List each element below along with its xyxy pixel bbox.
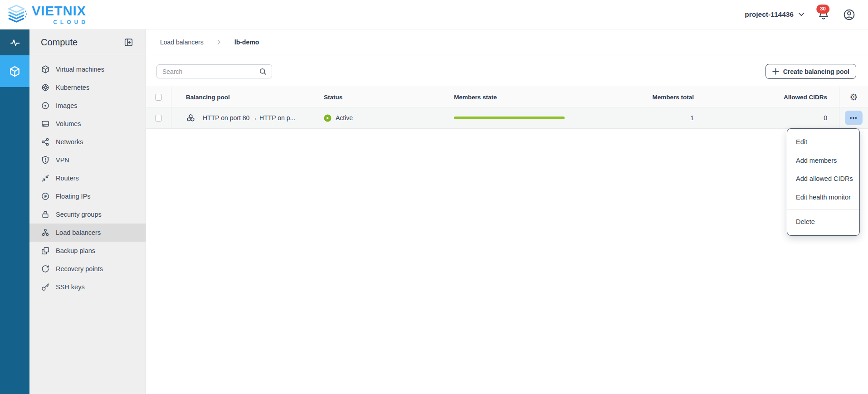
row-context-menu: Edit Add members Add allowed CIDRs Edit … — [787, 128, 860, 236]
sidebar-item-label: Recovery points — [56, 265, 103, 272]
sidebar-item-recovery-points[interactable]: Recovery points — [29, 260, 146, 278]
brand-name: VIETNIX — [32, 5, 86, 18]
members-total-cell: 1 — [581, 107, 694, 128]
sidebar-item-label: SSH keys — [56, 283, 85, 291]
sidebar-item-label: Volumes — [56, 120, 81, 127]
lock-icon — [41, 210, 50, 219]
select-all-checkbox[interactable] — [155, 94, 162, 101]
sidebar-item-label: Load balancers — [56, 229, 101, 236]
search-box — [156, 64, 272, 78]
breadcrumb-separator-icon — [217, 39, 221, 45]
main-content: Load balancers lb-demo Create balancing … — [146, 29, 868, 394]
sidebar-item-backup-plans[interactable]: Backup plans — [29, 242, 146, 260]
members-state-bar — [454, 117, 565, 119]
allowed-cidrs-cell: 0 — [694, 107, 839, 128]
sidebar-item-kubernetes[interactable]: Kubernetes — [29, 78, 146, 97]
topbar-actions: project-114436 30 — [745, 9, 855, 21]
sidebar-item-virtual-machines[interactable]: Virtual machines — [29, 60, 146, 78]
menu-item-edit[interactable]: Edit — [787, 133, 859, 151]
header-members-state[interactable]: Members state — [454, 87, 581, 107]
breadcrumb: Load balancers lb-demo — [146, 29, 868, 55]
sidebar-item-label: Networks — [56, 138, 83, 146]
table-row: HTTP on port 80 → HTTP on p... Active 1 … — [146, 107, 868, 129]
sidebar-menu: Virtual machines Kubernetes Images — [29, 55, 146, 296]
project-selector[interactable]: project-114436 — [745, 10, 804, 19]
notifications-button[interactable]: 30 — [818, 9, 829, 20]
header-members-total[interactable]: Members total — [581, 87, 694, 107]
status-cell: Active — [324, 107, 454, 128]
sidebar-item-label: Routers — [56, 175, 79, 182]
rail-item-monitoring[interactable] — [0, 29, 29, 55]
rail-item-compute[interactable] — [0, 55, 29, 87]
svg-text:IP: IP — [44, 195, 47, 199]
helm-wheel-icon — [41, 83, 50, 92]
sidebar-item-load-balancers[interactable]: Load balancers — [29, 224, 146, 242]
row-checkbox[interactable] — [155, 115, 162, 122]
key-icon — [41, 282, 50, 292]
header-status[interactable]: Status — [324, 87, 454, 107]
header-allowed-cidrs[interactable]: Allowed CIDRs — [694, 87, 839, 107]
row-actions-cell: ••• — [839, 107, 868, 128]
panel-collapse-icon — [124, 38, 133, 47]
sidebar-item-vpn[interactable]: VPN — [29, 151, 146, 169]
arrows-inward-icon — [41, 174, 50, 183]
user-menu-button[interactable] — [843, 9, 855, 21]
create-balancing-pool-button[interactable]: Create balancing pool — [766, 64, 856, 79]
rotate-icon — [41, 264, 50, 273]
ip-circle-icon: IP — [41, 192, 50, 201]
menu-item-delete[interactable]: Delete — [787, 213, 859, 231]
search-icon[interactable] — [259, 68, 267, 76]
sidebar-item-label: Kubernetes — [56, 84, 89, 91]
sidebar-item-floating-ips[interactable]: IP Floating IPs — [29, 187, 146, 205]
sidebar-item-security-groups[interactable]: Security groups — [29, 205, 146, 224]
sidebar-item-networks[interactable]: Networks — [29, 133, 146, 151]
column-settings-cell: ⚙ — [839, 87, 868, 107]
balancing-pools-table: Balancing pool Status Members state Memb… — [146, 87, 868, 129]
sidebar-item-label: Security groups — [56, 211, 102, 218]
header-balancing-pool[interactable]: Balancing pool — [171, 87, 324, 107]
sidebar-item-label: Floating IPs — [56, 193, 91, 200]
chevron-down-icon — [799, 13, 804, 16]
pool-name-cell[interactable]: HTTP on port 80 → HTTP on p... — [171, 107, 324, 128]
sidebar-header: Compute — [29, 29, 146, 55]
topbar: VIETNIX CLOUD project-114436 30 — [0, 0, 868, 29]
breadcrumb-root[interactable]: Load balancers — [160, 39, 204, 46]
activity-icon — [10, 37, 20, 48]
plus-icon — [772, 68, 779, 75]
toolbar: Create balancing pool — [156, 64, 856, 79]
shield-alert-icon — [41, 156, 50, 165]
gear-icon[interactable]: ⚙ — [850, 92, 858, 102]
hard-drive-icon — [41, 119, 50, 128]
sidebar: Compute Virtual machines Kube — [29, 29, 146, 394]
menu-separator — [787, 209, 859, 209]
cube-icon — [41, 65, 50, 74]
sidebar-item-images[interactable]: Images — [29, 97, 146, 115]
module-rail — [0, 29, 29, 394]
menu-item-add-members[interactable]: Add members — [787, 151, 859, 170]
vietnix-logo: VIETNIX CLOUD — [5, 4, 86, 25]
row-select-cell — [146, 107, 171, 128]
share-nodes-icon — [41, 137, 50, 146]
sidebar-title: Compute — [41, 37, 78, 48]
sidebar-item-label: Virtual machines — [56, 66, 104, 73]
row-actions-button[interactable]: ••• — [845, 111, 863, 125]
breadcrumb-current: lb-demo — [234, 39, 259, 46]
vietnix-logo-icon — [5, 4, 27, 25]
sidebar-item-ssh-keys[interactable]: SSH keys — [29, 278, 146, 296]
app-window: VIETNIX CLOUD project-114436 30 — [0, 0, 868, 394]
menu-item-edit-health-monitor[interactable]: Edit health monitor — [787, 188, 859, 207]
copy-icon — [41, 246, 50, 255]
notification-badge: 30 — [816, 5, 829, 14]
cube-icon — [9, 65, 21, 78]
pool-cluster-icon — [186, 113, 195, 123]
select-all-cell — [146, 87, 171, 107]
sidebar-item-label: Backup plans — [56, 247, 95, 254]
members-state-bar-fill — [454, 117, 565, 119]
pool-name: HTTP on port 80 → HTTP on p... — [203, 114, 295, 122]
sidebar-item-volumes[interactable]: Volumes — [29, 115, 146, 133]
disc-icon — [41, 101, 50, 110]
sidebar-collapse-button[interactable] — [124, 38, 133, 47]
search-input[interactable] — [162, 68, 259, 75]
menu-item-add-allowed-cidrs[interactable]: Add allowed CIDRs — [787, 170, 859, 188]
sidebar-item-routers[interactable]: Routers — [29, 169, 146, 187]
